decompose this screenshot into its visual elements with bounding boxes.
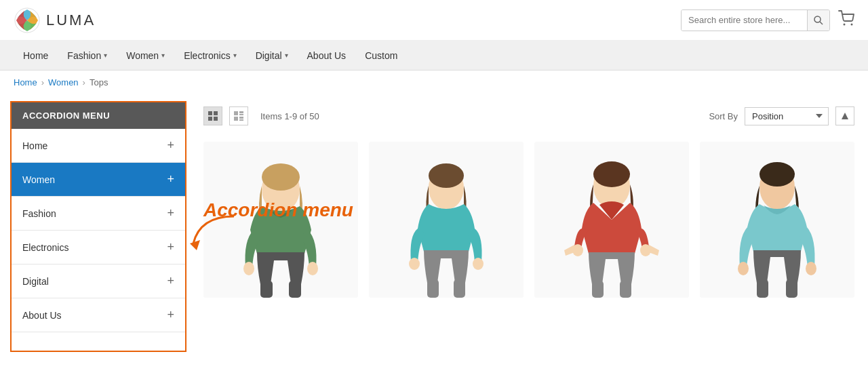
chevron-icon: ▾	[285, 52, 288, 59]
svg-marker-16	[842, 113, 848, 119]
svg-rect-34	[620, 281, 631, 298]
breadcrumb-home[interactable]: Home	[14, 77, 37, 87]
main-navigation: Home Fashion ▾ Women ▾ Electronics ▾ Dig…	[0, 41, 868, 71]
sidebar-item-fashion[interactable]: Fashion +	[12, 197, 185, 231]
sidebar-item-digital[interactable]: Digital +	[12, 264, 185, 298]
breadcrumb: Home › Women › Tops	[0, 71, 868, 94]
cart-icon[interactable]	[838, 10, 854, 31]
svg-point-25	[409, 258, 420, 270]
svg-rect-9	[214, 117, 218, 121]
list-view-button[interactable]	[229, 106, 248, 125]
svg-rect-28	[454, 279, 465, 298]
svg-rect-13	[234, 117, 238, 121]
plus-icon: +	[167, 240, 174, 254]
svg-point-30	[593, 161, 630, 187]
svg-rect-21	[260, 281, 273, 298]
svg-point-1	[814, 16, 821, 22]
nav-item-fashion[interactable]: Fashion ▾	[58, 41, 117, 71]
grid-view-button[interactable]	[203, 106, 222, 125]
svg-point-36	[760, 162, 795, 186]
product-image	[700, 142, 854, 298]
svg-rect-7	[214, 111, 218, 115]
accordion-sidebar: ACCORDION MENU Home + Women + Fashion + …	[10, 101, 186, 352]
chevron-icon: ▾	[104, 52, 107, 59]
logo-area[interactable]: LUMA	[14, 7, 96, 34]
svg-rect-33	[592, 281, 604, 298]
product-card[interactable]	[369, 142, 524, 298]
svg-point-38	[806, 262, 816, 275]
toolbar-right: Sort By Position Product Name Price	[709, 106, 854, 125]
products-area: Items 1-9 of 50 Sort By Position Product…	[197, 94, 868, 359]
items-count: Items 1-9 of 50	[260, 111, 319, 121]
sidebar-item-home[interactable]: Home +	[12, 129, 185, 163]
grid-view-icon	[208, 111, 218, 121]
chevron-icon: ▾	[161, 52, 165, 59]
nav-item-digital[interactable]: Digital ▾	[246, 41, 298, 71]
sort-label: Sort By	[709, 111, 738, 121]
toolbar: Items 1-9 of 50 Sort By Position Product…	[203, 101, 854, 131]
sidebar-item-label: About Us	[22, 310, 62, 321]
sidebar-item-label: Home	[22, 140, 47, 151]
breadcrumb-current: Tops	[90, 77, 108, 87]
breadcrumb-sep: ›	[41, 77, 44, 87]
plus-icon: +	[167, 138, 174, 153]
product-image	[534, 142, 689, 298]
sidebar-item-label: Women	[22, 174, 55, 185]
nav-item-custom[interactable]: Custom	[355, 41, 407, 71]
sidebar-item-women[interactable]: Women +	[12, 163, 185, 197]
sort-select[interactable]: Position Product Name Price	[745, 107, 829, 125]
header-right	[681, 9, 854, 31]
svg-point-19	[243, 262, 254, 275]
nav-item-home[interactable]: Home	[14, 41, 58, 71]
plus-icon: +	[167, 206, 174, 220]
svg-rect-22	[289, 281, 301, 298]
svg-point-18	[262, 163, 300, 191]
sidebar-item-label: Fashion	[22, 208, 56, 219]
product-card[interactable]	[700, 142, 854, 298]
svg-point-37	[738, 262, 749, 275]
nav-item-women[interactable]: Women ▾	[117, 41, 174, 71]
arrow-overlay	[180, 213, 248, 256]
svg-point-3	[844, 23, 846, 25]
svg-rect-39	[757, 279, 768, 298]
toolbar-left: Items 1-9 of 50	[203, 106, 319, 125]
logo-icon	[14, 7, 41, 34]
breadcrumb-women[interactable]: Women	[48, 77, 79, 87]
svg-point-24	[429, 163, 464, 188]
svg-line-2	[820, 22, 823, 24]
product-card[interactable]	[534, 142, 689, 298]
list-view-icon	[233, 111, 244, 121]
svg-rect-10	[234, 111, 238, 115]
sort-direction-button[interactable]	[835, 106, 854, 125]
svg-point-26	[473, 258, 484, 270]
sidebar-item-about[interactable]: About Us +	[12, 298, 185, 332]
svg-rect-6	[208, 111, 212, 115]
plus-icon: +	[167, 308, 174, 322]
svg-point-4	[851, 23, 853, 25]
sidebar-item-label: Digital	[22, 276, 49, 287]
svg-marker-5	[190, 240, 200, 250]
search-icon	[814, 16, 823, 25]
svg-rect-15	[239, 119, 243, 121]
svg-rect-14	[239, 117, 243, 119]
search-input[interactable]	[682, 10, 807, 31]
svg-point-20	[307, 262, 318, 275]
site-header: LUMA	[0, 0, 868, 41]
sidebar-header: ACCORDION MENU	[12, 102, 185, 129]
nav-item-electronics[interactable]: Electronics ▾	[174, 41, 245, 71]
sort-asc-icon	[841, 112, 849, 120]
sidebar-item-electronics[interactable]: Electronics +	[12, 231, 185, 264]
svg-rect-12	[239, 114, 243, 115]
main-content: ACCORDION MENU Home + Women + Fashion + …	[0, 94, 868, 359]
nav-item-about[interactable]: About Us	[298, 41, 356, 71]
sidebar-item-label: Electronics	[22, 242, 68, 253]
shopping-cart-icon	[838, 10, 854, 26]
search-box[interactable]	[681, 9, 830, 31]
logo-text: LUMA	[46, 12, 96, 29]
svg-rect-8	[208, 117, 212, 121]
svg-rect-27	[427, 279, 439, 298]
plus-icon: +	[167, 172, 174, 186]
svg-rect-40	[786, 279, 797, 298]
plus-icon: +	[167, 274, 174, 288]
search-button[interactable]	[807, 10, 829, 31]
